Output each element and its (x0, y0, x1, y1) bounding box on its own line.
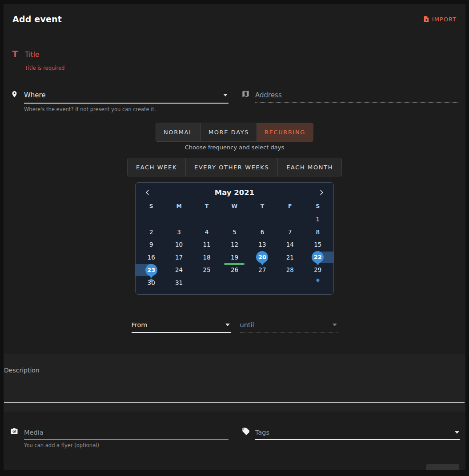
calendar-header: May 2021 (137, 186, 332, 199)
tab-recurring[interactable]: RECURRING (257, 123, 313, 141)
frequency-helper-text: Choose frequency and select days (9, 144, 460, 151)
calendar-day-4[interactable]: 4 (193, 226, 220, 239)
calendar-day-26[interactable]: 26 (220, 264, 248, 276)
day-number: 31 (173, 276, 185, 288)
tags-icon (240, 427, 251, 448)
chevron-down-icon (455, 431, 459, 434)
from-time-value: From (132, 321, 148, 328)
day-number: 4 (201, 226, 213, 238)
description-textarea[interactable] (4, 374, 465, 403)
title-input[interactable] (25, 49, 459, 62)
frequency-each-week[interactable]: EACH WEEK (128, 158, 185, 176)
calendar-day-23[interactable]: 23 (137, 264, 165, 276)
day-number: 8 (312, 226, 324, 238)
day-number: 17 (173, 251, 185, 263)
day-number: 24 (173, 264, 185, 276)
calendar-day-19[interactable]: 19 (220, 251, 248, 264)
day-number: 2 (145, 226, 157, 238)
calendar-day-30[interactable]: 30 (137, 276, 165, 289)
weekday-label: T (193, 201, 220, 213)
weekday-label: T (249, 201, 276, 213)
import-button[interactable]: IMPORT (423, 15, 457, 23)
calendar-day-31[interactable]: 31 (165, 276, 192, 289)
location-row: Where Where's the event? If not present … (9, 89, 460, 112)
calendar-day-12[interactable]: 12 (220, 238, 248, 251)
tab-more-days[interactable]: MORE DAYS (200, 123, 257, 141)
weekday-label: S (304, 201, 332, 213)
camera-icon (9, 427, 20, 448)
until-time-value: until (240, 321, 254, 328)
frequency-each-month[interactable]: EACH MONTH (277, 158, 341, 176)
from-time-select[interactable]: From (132, 320, 231, 333)
day-number: 16 (145, 251, 157, 263)
calendar-next-month-button[interactable] (317, 187, 326, 198)
description-section: Description (4, 354, 465, 412)
day-number: 25 (201, 264, 213, 276)
calendar-day-18[interactable]: 18 (193, 251, 220, 264)
calendar-empty-cell (276, 213, 304, 226)
event-dot (316, 279, 319, 282)
weekday-label: W (220, 201, 248, 213)
calendar-day-22[interactable]: 22 (304, 251, 332, 264)
day-number: 12 (228, 239, 241, 251)
tab-normal[interactable]: NORMAL (156, 123, 200, 141)
calendar-day-14[interactable]: 14 (276, 238, 304, 251)
calendar-prev-month-button[interactable] (143, 187, 152, 198)
calendar-day-28[interactable]: 28 (276, 264, 304, 276)
calendar-grid: SMTWTFS123456789101112131415161718192021… (137, 201, 332, 289)
until-time-select[interactable]: until (240, 320, 338, 332)
day-number: 7 (284, 226, 296, 238)
event-mode-tabs: NORMAL MORE DAYS RECURRING (9, 123, 460, 142)
tags-value: Tags (255, 429, 269, 436)
calendar-day-5[interactable]: 5 (220, 226, 248, 239)
send-button[interactable]: SEND (426, 464, 459, 470)
calendar-day-21[interactable]: 21 (276, 251, 304, 264)
chevron-down-icon (333, 324, 337, 326)
day-number: 5 (228, 226, 241, 238)
add-event-dialog: Add event IMPORT T Title is required (4, 4, 465, 470)
chevron-down-icon (225, 324, 230, 326)
calendar-day-15[interactable]: 15 (304, 238, 332, 251)
calendar-day-1[interactable]: 1 (304, 213, 332, 226)
chevron-down-icon (223, 94, 228, 96)
calendar-day-25[interactable]: 25 (193, 264, 220, 276)
day-number: 10 (173, 239, 185, 251)
title-icon: T (10, 49, 20, 59)
calendar-empty-cell (193, 213, 220, 226)
calendar-day-16[interactable]: 16 (137, 251, 165, 264)
title-field-row: T Title is required (9, 49, 460, 71)
calendar-day-27[interactable]: 27 (249, 264, 276, 276)
calendar-day-9[interactable]: 9 (137, 238, 165, 251)
calendar-day-29[interactable]: 29 (304, 264, 332, 276)
address-input[interactable] (255, 89, 460, 103)
calendar-day-6[interactable]: 6 (249, 226, 276, 239)
day-number: 9 (145, 239, 157, 251)
calendar-day-20[interactable]: 20 (249, 251, 276, 264)
where-select[interactable]: Where (24, 89, 228, 104)
calendar-day-13[interactable]: 13 (249, 238, 276, 251)
calendar-day-8[interactable]: 8 (304, 226, 332, 239)
day-number: 30 (145, 276, 157, 288)
calendar-day-17[interactable]: 17 (165, 251, 192, 264)
calendar-day-11[interactable]: 11 (193, 238, 220, 251)
calendar-day-3[interactable]: 3 (165, 226, 192, 239)
day-number: 20 (256, 251, 268, 263)
media-tags-row: You can add a flyer (optional) Tags (9, 427, 460, 448)
description-label: Description (4, 367, 465, 374)
calendar-day-24[interactable]: 24 (165, 264, 192, 276)
calendar-day-2[interactable]: 2 (137, 226, 165, 239)
media-input[interactable] (24, 427, 228, 440)
title-error-text: Title is required (25, 65, 459, 71)
calendar-month-label: May 2021 (215, 188, 254, 197)
calendar-day-10[interactable]: 10 (165, 238, 192, 251)
day-number: 28 (284, 264, 296, 276)
tags-select[interactable]: Tags (255, 427, 460, 440)
calendar-day-7[interactable]: 7 (276, 226, 304, 239)
calendar-empty-cell (220, 213, 248, 226)
chevron-left-icon (144, 189, 151, 196)
day-number: 3 (173, 226, 185, 238)
day-number: 21 (284, 251, 296, 263)
weekday-label: S (137, 201, 165, 213)
calendar: May 2021 SMTWTFS123456789101112131415161… (135, 182, 334, 295)
frequency-every-other-weeks[interactable]: EVERY OTHER WEEKS (185, 158, 277, 176)
